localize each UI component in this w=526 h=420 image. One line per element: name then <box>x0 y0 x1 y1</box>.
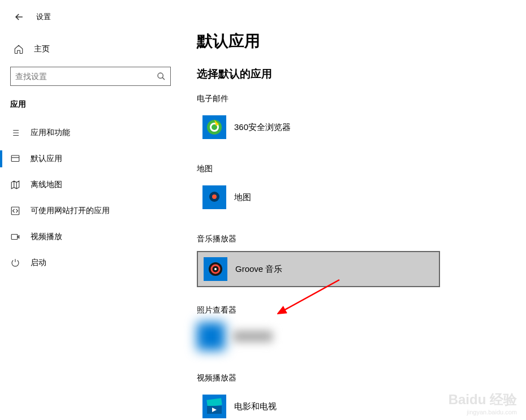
sidebar: 设置 主页 应用 应用和功能 默认应用 离线地图 可使用网站打开的应用 <box>0 0 181 420</box>
home-label: 主页 <box>34 44 50 54</box>
category-video-label: 视频播放器 <box>197 373 503 383</box>
default-app-music[interactable]: Groove 音乐 <box>197 251 440 287</box>
watermark-url: jingyan.baidu.com <box>449 409 517 415</box>
sidebar-item-video-playback[interactable]: 视频播放 <box>0 224 181 250</box>
sidebar-item-label: 启动 <box>31 258 46 268</box>
default-app-photos[interactable] <box>197 322 503 350</box>
movies-icon <box>202 395 226 418</box>
search-input[interactable] <box>15 72 157 81</box>
sidebar-item-label: 应用和功能 <box>31 128 70 138</box>
category-photos-label: 照片查看器 <box>197 305 503 315</box>
sidebar-section-title: 应用 <box>0 99 181 120</box>
subtitle: 选择默认的应用 <box>197 67 503 81</box>
sidebar-item-label: 视频播放 <box>31 232 62 242</box>
app-label: 电影和电视 <box>234 401 277 412</box>
svg-point-0 <box>158 73 163 78</box>
svg-rect-1 <box>11 155 19 162</box>
home-icon <box>14 44 24 54</box>
browser360-icon <box>202 115 226 139</box>
groove-icon <box>204 257 227 281</box>
svg-rect-3 <box>11 235 18 240</box>
map-icon <box>10 180 20 190</box>
search-field[interactable] <box>10 67 171 86</box>
blurred-icon <box>197 322 225 350</box>
svg-point-14 <box>214 268 217 270</box>
maps-pin-icon <box>202 185 226 209</box>
category-email-label: 电子邮件 <box>197 94 503 104</box>
app-label: 地图 <box>234 192 251 203</box>
back-icon[interactable] <box>14 11 25 23</box>
search-icon <box>157 72 166 81</box>
default-app-maps[interactable]: 地图 <box>197 181 440 214</box>
sidebar-item-offline-maps[interactable]: 离线地图 <box>0 172 181 198</box>
list-icon <box>10 128 20 138</box>
default-app-video[interactable]: 电影和电视 <box>197 390 440 420</box>
app-label: Groove 音乐 <box>235 264 282 275</box>
video-icon <box>10 232 20 242</box>
category-maps-label: 地图 <box>197 164 503 174</box>
svg-point-10 <box>212 194 217 199</box>
watermark: Baidu 经验 jingyan.baidu.com <box>449 391 517 415</box>
sidebar-item-label: 离线地图 <box>31 180 62 190</box>
sidebar-item-label: 默认应用 <box>31 154 62 164</box>
defaults-icon <box>10 154 20 164</box>
default-app-email[interactable]: 360安全浏览器 <box>197 111 440 144</box>
category-music-label: 音乐播放器 <box>197 234 503 244</box>
watermark-brand: Baidu 经验 <box>449 392 517 407</box>
web-app-icon <box>10 206 20 216</box>
startup-icon <box>10 258 20 268</box>
app-label: 360安全浏览器 <box>234 122 291 133</box>
sidebar-item-default-apps[interactable]: 默认应用 <box>0 146 181 172</box>
sidebar-item-web-apps[interactable]: 可使用网站打开的应用 <box>0 198 181 224</box>
home-button[interactable]: 主页 <box>0 38 181 60</box>
settings-label: 设置 <box>36 12 51 22</box>
sidebar-item-apps-features[interactable]: 应用和功能 <box>0 120 181 146</box>
main-content: 默认应用 选择默认的应用 电子邮件 360安全浏览器 地图 地图 音乐播放器 G… <box>181 0 526 420</box>
blurred-label <box>233 331 273 342</box>
sidebar-item-label: 可使用网站打开的应用 <box>31 206 110 216</box>
sidebar-item-startup[interactable]: 启动 <box>0 250 181 276</box>
page-title: 默认应用 <box>197 31 503 52</box>
